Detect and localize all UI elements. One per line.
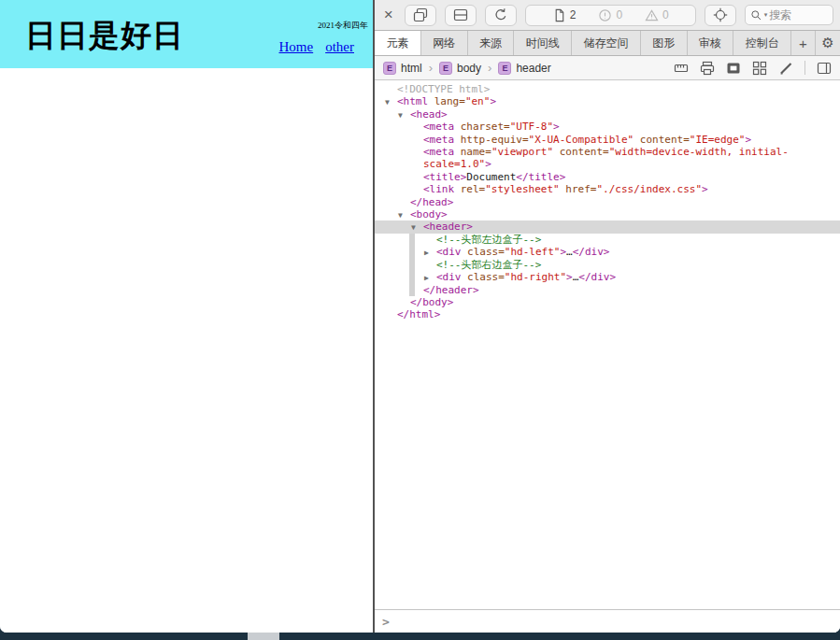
dom-tree-line[interactable]: scale=1.0">: [375, 158, 840, 170]
breadcrumb-item-html[interactable]: Ehtml: [383, 62, 422, 75]
ruler-icon[interactable]: [674, 61, 689, 76]
tab-来源[interactable]: 来源: [468, 31, 515, 55]
code-token-tag: >: [566, 271, 573, 283]
code-token-tag: >: [490, 95, 496, 107]
tab-储存空间[interactable]: 储存空间: [572, 31, 641, 55]
collapse-triangle-icon[interactable]: ▼: [398, 209, 403, 221]
error-count: 0: [587, 8, 634, 22]
tab-元素[interactable]: 元素: [375, 31, 421, 55]
code-token-tag: <header>: [423, 220, 473, 233]
tab-网络[interactable]: 网络: [421, 31, 468, 55]
code-token-attr: href=: [560, 183, 597, 195]
dom-tree-line[interactable]: </header>: [375, 284, 840, 296]
dom-tree: <!DOCTYPE html>▼<html lang="en">▼<head><…: [375, 80, 840, 609]
split-console-button[interactable]: [445, 5, 477, 26]
dom-tree-line[interactable]: </head>: [375, 196, 840, 208]
close-icon[interactable]: ×: [381, 7, 396, 23]
collapse-triangle-icon[interactable]: ▼: [411, 221, 416, 234]
dom-tree-line[interactable]: ▼<body>: [375, 208, 840, 220]
code-token-value: "viewport": [491, 146, 553, 158]
search-icon: [750, 9, 762, 21]
element-badge-icon: E: [498, 62, 511, 75]
code-token-attr: lang=: [428, 95, 465, 107]
dom-tree-line[interactable]: <!--头部右边盒子-->: [375, 259, 840, 271]
reload-button[interactable]: [485, 5, 517, 26]
dom-tree-line[interactable]: <!--头部左边盒子-->: [375, 234, 840, 246]
devtools-toolbar: ×: [375, 0, 840, 31]
dom-tree-line[interactable]: <title>Document</title>: [375, 171, 840, 183]
breadcrumb-separator: ›: [429, 61, 433, 75]
breadcrumb-item-body[interactable]: Ebody: [439, 62, 481, 75]
code-token-tag: </head>: [410, 196, 453, 208]
dom-tree-line[interactable]: ▼<html lang="en">: [375, 95, 840, 107]
expand-triangle-icon[interactable]: ▶: [424, 247, 429, 259]
dom-tree-line[interactable]: <!DOCTYPE html>: [375, 83, 840, 95]
tab-时间线[interactable]: 时间线: [514, 31, 572, 55]
code-token-tag: <div: [436, 246, 462, 258]
tab-审核[interactable]: 审核: [688, 31, 734, 55]
dom-tree-line[interactable]: <meta charset="UTF-8">: [375, 121, 840, 133]
dom-tree-line[interactable]: </body>: [375, 296, 840, 308]
dom-tree-line[interactable]: ▶<div class="hd-right">…</div>: [375, 271, 840, 283]
code-token-attr: class=: [462, 246, 505, 258]
breadcrumb-item-header[interactable]: Eheader: [498, 62, 550, 75]
code-token-attr: content=: [553, 146, 609, 158]
code-token-tag: </html>: [397, 308, 440, 320]
screenshot-icon[interactable]: [726, 61, 741, 76]
breadcrumb-label: body: [457, 62, 481, 75]
tab-控制台[interactable]: 控制台: [733, 31, 791, 55]
warning-count: 0: [634, 8, 680, 22]
dom-tree-line[interactable]: ▼<head>: [375, 108, 840, 121]
sidebar-toggle-icon[interactable]: [817, 61, 832, 76]
code-token-value: "X-UA-Compatible": [529, 134, 634, 146]
search-options-chevron-icon[interactable]: ▾: [764, 11, 768, 19]
code-token-value: "./css/index.css": [596, 183, 702, 195]
add-tab-button[interactable]: +: [791, 31, 816, 55]
element-picker-target-icon: [713, 7, 728, 22]
grid-icon[interactable]: [752, 61, 767, 76]
dom-tree-line[interactable]: <meta http-equiv="X-UA-Compatible" conte…: [375, 134, 840, 146]
code-token-tag: </header>: [423, 284, 479, 296]
code-token-tag: >: [553, 121, 560, 133]
nav-link-other[interactable]: other: [325, 39, 354, 55]
dom-tree-line[interactable]: ▶<div class="hd-left">…</div>: [375, 246, 840, 258]
code-token-attr: charset=: [454, 121, 510, 133]
breadcrumb-label: html: [401, 62, 422, 75]
breadcrumb: Ehtml›Ebody›Eheader: [383, 61, 551, 75]
breadcrumb-action-icons: [674, 61, 832, 76]
search-box[interactable]: ▾: [745, 5, 833, 25]
dock-highlight: [248, 633, 279, 640]
dock-side-button[interactable]: [405, 5, 436, 26]
dom-tree-line[interactable]: <link rel="stylesheet" href="./css/index…: [375, 183, 840, 195]
code-token-text: Document: [466, 171, 516, 183]
code-token-tag: <head>: [410, 108, 448, 121]
site-header: 日日是好日 2021令和四年 Homeother: [0, 0, 373, 68]
collapse-triangle-icon[interactable]: ▼: [385, 96, 390, 108]
pen-icon[interactable]: [778, 61, 793, 76]
split-view-icon: [453, 7, 468, 22]
error-circle-icon: [598, 8, 612, 22]
expand-triangle-icon[interactable]: ▶: [424, 272, 429, 284]
code-token-doctype: <!DOCTYPE html>: [397, 83, 490, 95]
issues-summary-button[interactable]: 2 0: [525, 5, 696, 26]
nav-link-home[interactable]: Home: [279, 39, 314, 55]
code-token-tag: </div>: [578, 271, 616, 283]
dom-tree-line[interactable]: </html>: [375, 308, 840, 320]
reload-icon: [493, 7, 508, 22]
collapse-triangle-icon[interactable]: ▼: [398, 109, 403, 121]
code-token-attr: name=: [454, 146, 491, 158]
code-token-value: "stylesheet": [485, 183, 559, 195]
tab-图形[interactable]: 图形: [641, 31, 688, 55]
element-picker-button[interactable]: [705, 5, 736, 26]
search-input[interactable]: [769, 8, 825, 21]
devtools-panel: ×: [375, 0, 840, 633]
rendered-page: 日日是好日 2021令和四年 Homeother: [0, 0, 373, 633]
code-token-text: …: [566, 246, 573, 258]
gear-icon[interactable]: ⚙: [816, 31, 840, 55]
dom-tree-line[interactable]: ▼<header>: [375, 220, 840, 233]
print-icon[interactable]: [700, 61, 715, 76]
code-token-attr: http-equiv=: [454, 134, 528, 146]
console-quick-input[interactable]: >: [375, 609, 840, 633]
dom-tree-line[interactable]: <meta name="viewport" content="width=dev…: [375, 146, 840, 158]
console-prompt-chevron: >: [382, 615, 390, 629]
